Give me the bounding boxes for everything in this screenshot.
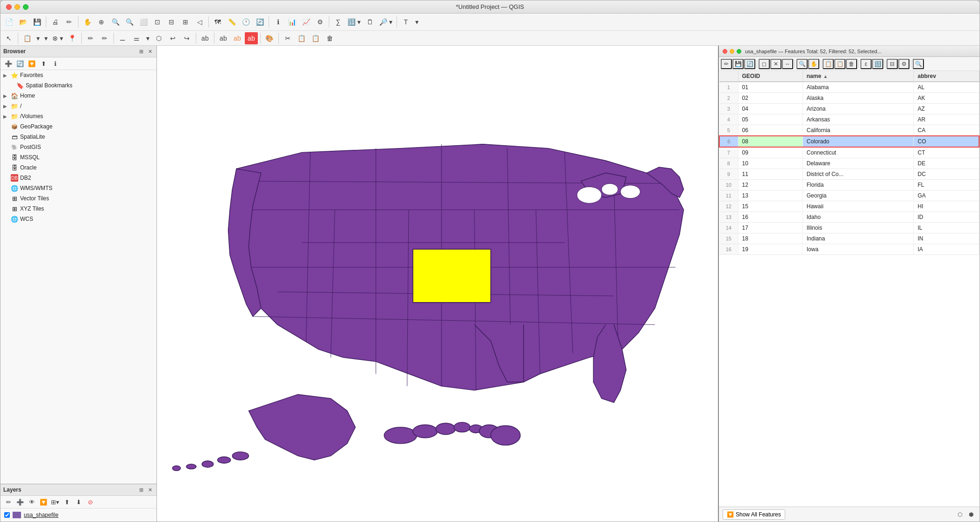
layer-visibility-button[interactable]: 👁	[27, 497, 37, 507]
redo-button[interactable]: ↪	[180, 32, 193, 44]
browser-tree[interactable]: ▶ ⭐ Favorites 🔖 Spatial Bookmarks ▶ 🏠	[0, 70, 156, 484]
text-annotation-button[interactable]: T	[399, 16, 412, 28]
bookmarks-button[interactable]: 🕐	[239, 16, 252, 28]
table-row[interactable]: 1316IdahoID	[719, 212, 979, 223]
measure-line-button[interactable]: 📏	[225, 16, 238, 28]
browser-item-volumes[interactable]: ▶ 📁 /Volumes	[0, 111, 156, 121]
table-row[interactable]: 1619IowaIA	[719, 244, 979, 255]
multitype-select-button[interactable]: ab	[217, 32, 230, 44]
browser-close-button[interactable]: ✕	[146, 48, 154, 55]
map-tips-button[interactable]: 📍	[66, 32, 79, 44]
print-composer-button[interactable]: 🖨	[49, 16, 62, 28]
ft-copy-button[interactable]: 📋	[823, 59, 834, 69]
highlight-button[interactable]: ab	[231, 32, 244, 44]
select-button[interactable]: ↖	[2, 32, 15, 44]
zoom-full-button[interactable]: ⊡	[151, 16, 164, 28]
info-button[interactable]: ℹ	[271, 16, 284, 28]
table-row[interactable]: 1012FloridaFL	[719, 180, 979, 190]
zoom-selection-button[interactable]: ⊞	[179, 16, 192, 28]
ft-save-button[interactable]: 💾	[732, 59, 744, 69]
table-row[interactable]: 608ColoradoCO	[719, 136, 979, 147]
sticky-notes-button[interactable]: 🗒	[363, 16, 376, 28]
ft-edit-button[interactable]: ✏	[721, 59, 732, 69]
feature-table-container[interactable]: GEOID name ▲ abbrev	[719, 71, 980, 507]
ft-field-calc-button[interactable]: 🔢	[872, 59, 883, 69]
ft-search-button[interactable]: 🔍	[913, 59, 924, 69]
edit-button[interactable]: ✏	[98, 32, 111, 44]
table-row[interactable]: 101AlabamaAL	[719, 82, 979, 93]
remove-layer-dropdown[interactable]: ⊗ ▾	[50, 32, 65, 44]
browser-refresh-button[interactable]: 🔄	[15, 59, 25, 68]
ft-config-button[interactable]: ⚙	[898, 59, 909, 69]
cut-button[interactable]: ✂	[281, 32, 294, 44]
browser-add-button[interactable]: ➕	[3, 59, 14, 68]
browser-info-button[interactable]: ℹ	[50, 59, 60, 68]
statistics-button[interactable]: 📈	[299, 16, 312, 28]
ft-invert-button[interactable]: ↔	[782, 59, 793, 69]
layer-color-button[interactable]: 🎨	[263, 32, 276, 44]
browser-item-wms[interactable]: 🌐 WMS/WMTS	[0, 183, 156, 193]
open-button[interactable]: 📂	[16, 16, 29, 28]
browser-filter-button[interactable]: 🔽	[27, 59, 37, 68]
browser-item-wcs[interactable]: 🌐 WCS	[0, 214, 156, 224]
advanced-digitize-button[interactable]: ⚌	[130, 32, 143, 44]
browser-pin-button[interactable]: ⊞	[137, 48, 145, 55]
advanced-digitize-dropdown[interactable]: ▾	[144, 32, 151, 44]
browser-item-vector-tiles[interactable]: ⊞ Vector Tiles	[0, 193, 156, 204]
layer-options-dropdown[interactable]: ▾	[43, 32, 50, 44]
ft-refresh-button[interactable]: 🔄	[744, 59, 755, 69]
ft-zoom-selection-button[interactable]: 🔍	[796, 59, 808, 69]
layer-edit-button[interactable]: ✏	[3, 497, 14, 507]
labels-button[interactable]: ab	[199, 32, 212, 44]
calculator-button[interactable]: ∑	[332, 16, 345, 28]
zoom-out-button[interactable]: 🔍	[123, 16, 136, 28]
new-project-button[interactable]: 📄	[2, 16, 15, 28]
table-row[interactable]: 1215HawaiiHI	[719, 201, 979, 212]
pan-map-button[interactable]: ⊕	[95, 16, 108, 28]
table-row[interactable]: 202AlaskaAK	[719, 93, 979, 104]
browser-item-oracle[interactable]: 🗄 Oracle	[0, 162, 156, 173]
layer-move-up-button[interactable]: ⬆	[62, 497, 72, 507]
table-row[interactable]: 506CaliforniaCA	[719, 125, 979, 136]
undo-button[interactable]: ↩	[166, 32, 179, 44]
zoom-last-button[interactable]: ◁	[193, 16, 206, 28]
ft-pan-to-selection-button[interactable]: ✋	[808, 59, 819, 69]
ft-select-all-button[interactable]: ◻	[759, 59, 770, 69]
ft-min-btn[interactable]	[730, 49, 734, 54]
text-dropdown[interactable]: ▾	[413, 16, 420, 28]
digitize-button[interactable]: ⚊	[116, 32, 129, 44]
table-row[interactable]: 1518IndianaIN	[719, 233, 979, 244]
col-header-geoid[interactable]: GEOID	[738, 71, 802, 82]
browser-item-db2[interactable]: DB DB2	[0, 173, 156, 183]
table-row[interactable]: 810DelawareDE	[719, 158, 979, 169]
layer-visibility-checkbox[interactable]	[4, 512, 10, 518]
layers-close-button[interactable]: ✕	[146, 486, 154, 494]
layers-pin-button[interactable]: ⊞	[137, 486, 145, 494]
pencil-edit-button[interactable]: ✏	[84, 32, 97, 44]
ft-dock-button[interactable]: ⊟	[887, 59, 898, 69]
ft-paste-button[interactable]: 📋	[834, 59, 845, 69]
search-dropdown[interactable]: 🔎 ▾	[377, 16, 394, 28]
rubber-band-zoom[interactable]: ⬜	[137, 16, 150, 28]
show-all-features-button[interactable]: 🔽 Show All Features	[723, 509, 785, 520]
paste-button[interactable]: 📋	[309, 32, 322, 44]
browser-item-mssql[interactable]: 🗄 MSSQL	[0, 152, 156, 162]
new-layer-dropdown[interactable]: ▾	[35, 32, 42, 44]
layer-item-usa[interactable]: usa_shapefile	[0, 510, 156, 520]
layer-move-down-button[interactable]: ⬇	[73, 497, 84, 507]
field-calc-dropdown[interactable]: 🔢 ▾	[346, 16, 362, 28]
table-row[interactable]: 911District of Co...DC	[719, 169, 979, 180]
map-canvas[interactable]	[157, 46, 718, 522]
table-row[interactable]: 1417IllinoisIL	[719, 223, 979, 233]
sketch-button[interactable]: ✏	[63, 16, 76, 28]
browser-item-home[interactable]: ▶ 🏠 Home	[0, 91, 156, 101]
browser-item-geopackage[interactable]: 📦 GeoPackage	[0, 121, 156, 132]
col-header-abbrev[interactable]: abbrev	[914, 71, 979, 82]
footer-icon-1[interactable]: ⬡	[955, 510, 965, 519]
layer-add-button[interactable]: ➕	[15, 497, 25, 507]
browser-item-postgis[interactable]: 🐘 PostGIS	[0, 142, 156, 152]
browser-collapse-button[interactable]: ⬆	[38, 59, 49, 68]
pan-button[interactable]: ✋	[81, 16, 94, 28]
refresh-button[interactable]: 🔄	[253, 16, 266, 28]
footer-icon-2[interactable]: ⬢	[966, 510, 976, 519]
